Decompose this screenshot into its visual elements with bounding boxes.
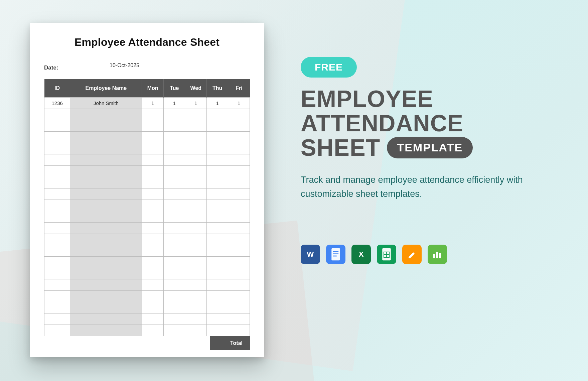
cell-fri bbox=[228, 279, 250, 291]
cell-name bbox=[70, 188, 142, 200]
cell-thu bbox=[206, 109, 228, 120]
svg-rect-3 bbox=[333, 256, 337, 257]
cell-tue bbox=[163, 257, 185, 268]
cell-tue bbox=[163, 234, 185, 245]
cell-name bbox=[70, 132, 142, 143]
cell-id bbox=[44, 188, 70, 200]
cell-tue bbox=[163, 245, 185, 257]
cell-mon bbox=[142, 313, 164, 325]
cell-name bbox=[70, 291, 142, 302]
cell-tue bbox=[163, 200, 185, 211]
cell-id bbox=[44, 302, 70, 313]
svg-rect-1 bbox=[333, 251, 338, 252]
cell-mon bbox=[142, 154, 164, 166]
cell-tue bbox=[163, 313, 185, 325]
cell-tue bbox=[163, 268, 185, 279]
cell-name bbox=[70, 109, 142, 120]
cell-wed: 1 bbox=[185, 98, 207, 109]
cell-fri bbox=[228, 188, 250, 200]
cell-tue bbox=[163, 109, 185, 120]
cell-thu bbox=[206, 223, 228, 234]
cell-thu bbox=[206, 143, 228, 154]
cell-tue bbox=[163, 279, 185, 291]
cell-mon bbox=[142, 177, 164, 188]
cell-id bbox=[44, 143, 70, 154]
table-row bbox=[44, 109, 250, 120]
cell-name bbox=[70, 211, 142, 223]
cell-name bbox=[70, 177, 142, 188]
cell-mon bbox=[142, 109, 164, 120]
google-docs-icon bbox=[326, 245, 345, 264]
table-header-row: ID Employee Name Mon Tue Wed Thu Fri bbox=[44, 79, 250, 98]
table-row bbox=[44, 325, 250, 336]
cell-fri bbox=[228, 302, 250, 313]
cell-mon bbox=[142, 302, 164, 313]
col-wed: Wed bbox=[185, 79, 207, 98]
cell-name bbox=[70, 200, 142, 211]
cell-mon bbox=[142, 211, 164, 223]
cell-name bbox=[70, 120, 142, 132]
cell-fri bbox=[228, 291, 250, 302]
cell-mon bbox=[142, 143, 164, 154]
cell-mon bbox=[142, 188, 164, 200]
cell-tue bbox=[163, 188, 185, 200]
col-tue: Tue bbox=[163, 79, 185, 98]
cell-id bbox=[44, 120, 70, 132]
cell-id bbox=[44, 223, 70, 234]
table-row bbox=[44, 154, 250, 166]
col-name: Employee Name bbox=[70, 79, 142, 98]
cell-wed bbox=[185, 291, 207, 302]
cell-tue bbox=[163, 223, 185, 234]
cell-id bbox=[44, 279, 70, 291]
cell-id: 1236 bbox=[44, 98, 70, 109]
word-icon-label: W bbox=[307, 250, 314, 259]
cell-wed bbox=[185, 188, 207, 200]
cell-thu bbox=[206, 211, 228, 223]
cell-thu bbox=[206, 234, 228, 245]
svg-rect-2 bbox=[333, 253, 338, 254]
cell-thu bbox=[206, 313, 228, 325]
cell-name bbox=[70, 279, 142, 291]
cell-name: John Smith bbox=[70, 98, 142, 109]
cell-name bbox=[70, 257, 142, 268]
cell-fri bbox=[228, 109, 250, 120]
cell-name bbox=[70, 313, 142, 325]
cell-id bbox=[44, 291, 70, 302]
headline-line-2: ATTENDANCE bbox=[301, 111, 555, 136]
cell-name bbox=[70, 234, 142, 245]
cell-wed bbox=[185, 143, 207, 154]
cell-thu bbox=[206, 302, 228, 313]
cell-tue bbox=[163, 291, 185, 302]
table-row bbox=[44, 143, 250, 154]
cell-thu bbox=[206, 325, 228, 336]
cell-fri bbox=[228, 325, 250, 336]
cell-id bbox=[44, 200, 70, 211]
date-row: Date: 10-Oct-2025 bbox=[44, 62, 250, 71]
cell-fri bbox=[228, 234, 250, 245]
cell-id bbox=[44, 211, 70, 223]
cell-mon bbox=[142, 245, 164, 257]
table-row bbox=[44, 245, 250, 257]
cell-thu bbox=[206, 245, 228, 257]
numbers-icon bbox=[428, 245, 447, 264]
cell-mon bbox=[142, 234, 164, 245]
cell-fri bbox=[228, 268, 250, 279]
table-row bbox=[44, 302, 250, 313]
cell-wed bbox=[185, 313, 207, 325]
cell-mon bbox=[142, 223, 164, 234]
cell-wed bbox=[185, 154, 207, 166]
svg-rect-8 bbox=[433, 254, 435, 258]
cell-thu: 1 bbox=[206, 98, 228, 109]
cell-tue bbox=[163, 143, 185, 154]
cell-wed bbox=[185, 109, 207, 120]
cell-wed bbox=[185, 200, 207, 211]
cell-wed bbox=[185, 166, 207, 177]
cell-fri bbox=[228, 313, 250, 325]
cell-wed bbox=[185, 132, 207, 143]
cell-name bbox=[70, 223, 142, 234]
cell-fri bbox=[228, 200, 250, 211]
table-row bbox=[44, 188, 250, 200]
cell-thu bbox=[206, 188, 228, 200]
headline-line-3: SHEET bbox=[301, 136, 380, 160]
table-row bbox=[44, 223, 250, 234]
